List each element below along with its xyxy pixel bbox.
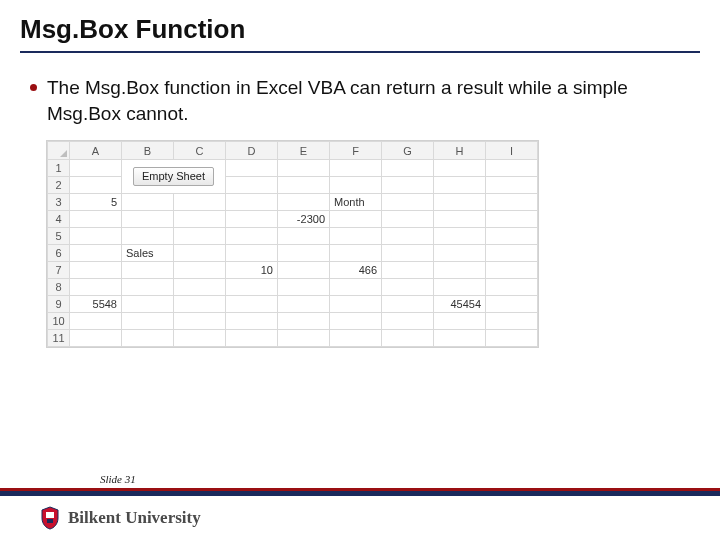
- cell: [278, 279, 330, 296]
- cell: [486, 228, 538, 245]
- bullet-dot-icon: [30, 84, 37, 91]
- cell: 5: [70, 194, 122, 211]
- cell: [486, 177, 538, 194]
- cell: [434, 330, 486, 347]
- select-all-corner: [48, 142, 70, 160]
- cell: [70, 330, 122, 347]
- cell: [70, 160, 122, 177]
- cell: [434, 177, 486, 194]
- cell: [278, 313, 330, 330]
- slide-number: Slide 31: [100, 473, 136, 485]
- cell: [486, 296, 538, 313]
- cell: [174, 245, 226, 262]
- cell: [434, 313, 486, 330]
- cell: [434, 262, 486, 279]
- cell: [70, 245, 122, 262]
- cell: [70, 313, 122, 330]
- cell: [226, 211, 278, 228]
- cell: [174, 313, 226, 330]
- excel-screenshot: A B C D E F G H I 1 Empty Sheet: [46, 140, 539, 348]
- cell: [70, 279, 122, 296]
- cell: Month: [330, 194, 382, 211]
- university-name: Bilkent University: [68, 508, 201, 528]
- cell: [122, 194, 174, 211]
- row-header: 8: [48, 279, 70, 296]
- cell: [434, 194, 486, 211]
- cell: [122, 228, 174, 245]
- col-header: B: [122, 142, 174, 160]
- cell: [382, 279, 434, 296]
- footer-bar: [0, 488, 720, 496]
- cell: [122, 211, 174, 228]
- cell: [174, 262, 226, 279]
- row-header: 10: [48, 313, 70, 330]
- cell: [486, 313, 538, 330]
- cell: [278, 330, 330, 347]
- cell: [70, 228, 122, 245]
- cell: [434, 211, 486, 228]
- row-header: 11: [48, 330, 70, 347]
- cell: [330, 160, 382, 177]
- university-crest-icon: [40, 506, 60, 530]
- cell: [486, 279, 538, 296]
- cell: [70, 211, 122, 228]
- cell: [174, 296, 226, 313]
- cell: [226, 228, 278, 245]
- cell: [226, 160, 278, 177]
- col-header: I: [486, 142, 538, 160]
- spreadsheet-grid: A B C D E F G H I 1 Empty Sheet: [47, 141, 538, 347]
- cell: Empty Sheet: [122, 160, 226, 194]
- cell: [382, 194, 434, 211]
- cell: [382, 228, 434, 245]
- row-header: 9: [48, 296, 70, 313]
- cell: [486, 262, 538, 279]
- cell: [278, 160, 330, 177]
- cell: [486, 330, 538, 347]
- cell: [122, 296, 174, 313]
- cell: [70, 177, 122, 194]
- cell: [278, 177, 330, 194]
- row-header: 4: [48, 211, 70, 228]
- cell: [434, 160, 486, 177]
- row-header: 5: [48, 228, 70, 245]
- cell: [330, 330, 382, 347]
- col-header: A: [70, 142, 122, 160]
- svg-rect-0: [46, 512, 54, 518]
- cell: [122, 262, 174, 279]
- cell: [70, 262, 122, 279]
- cell: [382, 160, 434, 177]
- cell: [382, 262, 434, 279]
- cell: [434, 245, 486, 262]
- cell: [382, 245, 434, 262]
- cell: [174, 330, 226, 347]
- cell: [278, 228, 330, 245]
- cell: 5548: [70, 296, 122, 313]
- cell: [122, 279, 174, 296]
- cell: [486, 245, 538, 262]
- cell: [486, 211, 538, 228]
- cell: [174, 194, 226, 211]
- col-header: D: [226, 142, 278, 160]
- cell: [330, 228, 382, 245]
- col-header: C: [174, 142, 226, 160]
- cell: 466: [330, 262, 382, 279]
- cell: [330, 296, 382, 313]
- university-branding: Bilkent University: [40, 506, 201, 530]
- row-header: 7: [48, 262, 70, 279]
- bullet-item: The Msg.Box function in Excel VBA can re…: [30, 75, 690, 126]
- row-header: 6: [48, 245, 70, 262]
- empty-sheet-button[interactable]: Empty Sheet: [133, 167, 214, 186]
- cell: Sales: [122, 245, 174, 262]
- cell: [330, 279, 382, 296]
- row-header: 3: [48, 194, 70, 211]
- svg-rect-1: [47, 519, 53, 523]
- cell: [330, 245, 382, 262]
- cell: -2300: [278, 211, 330, 228]
- cell: [122, 313, 174, 330]
- col-header: H: [434, 142, 486, 160]
- cell: [226, 296, 278, 313]
- cell: [278, 296, 330, 313]
- cell: [486, 194, 538, 211]
- col-header: G: [382, 142, 434, 160]
- cell: [122, 330, 174, 347]
